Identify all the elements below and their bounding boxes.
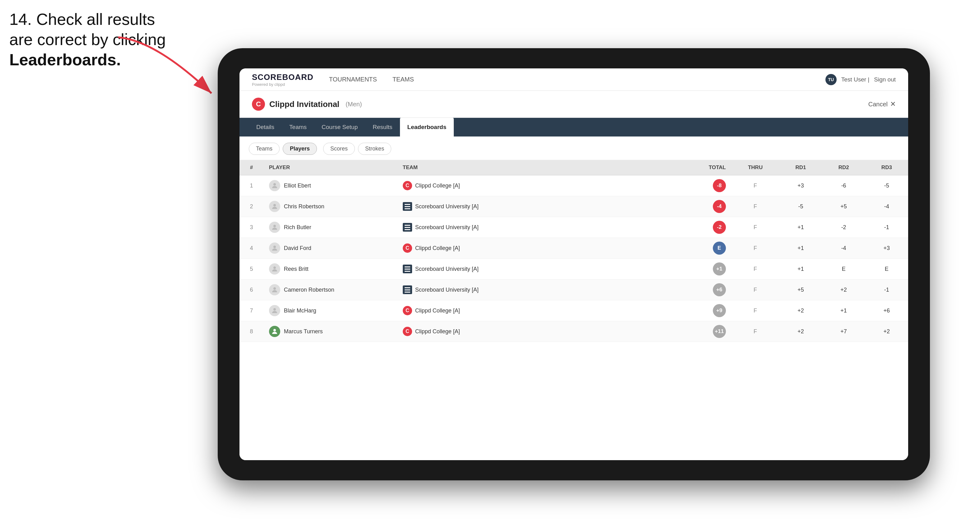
player-name: Elliot Ebert <box>284 183 311 189</box>
cell-rd3: -1 <box>865 279 908 300</box>
player-avatar <box>269 284 280 295</box>
instruction-text: 14. Check all results are correct by cli… <box>10 10 166 70</box>
filter-strokes[interactable]: Strokes <box>358 143 391 155</box>
table-row: 7Blair McHargCClippd College [A]+9F+2+1+… <box>239 300 908 321</box>
tablet-screen: SCOREBOARD Powered by clippd TOURNAMENTS… <box>239 68 908 460</box>
total-badge: -8 <box>713 179 726 192</box>
col-rd3: RD3 <box>865 160 908 175</box>
logo-sub: Powered by clippd <box>252 82 313 87</box>
cell-team: Scoreboard University [A] <box>397 196 674 217</box>
cell-team: Scoreboard University [A] <box>397 259 674 279</box>
cell-rank: 1 <box>239 175 263 196</box>
player-avatar <box>269 264 280 275</box>
cell-team: CClippd College [A] <box>397 321 674 342</box>
player-avatar <box>269 201 280 212</box>
cell-thru: F <box>732 259 780 279</box>
tab-details[interactable]: Details <box>249 118 282 137</box>
svg-point-2 <box>274 204 276 206</box>
player-avatar <box>269 243 280 254</box>
cell-rd1: +2 <box>779 321 822 342</box>
cell-rd1: +2 <box>779 300 822 321</box>
cell-rd2: E <box>822 259 865 279</box>
leaderboard-container: # PLAYER TEAM TOTAL THRU RD1 RD2 RD3 1El… <box>239 160 908 460</box>
cancel-button[interactable]: Cancel ✕ <box>869 100 896 108</box>
navbar: SCOREBOARD Powered by clippd TOURNAMENTS… <box>239 68 908 91</box>
cell-team: Scoreboard University [A] <box>397 279 674 300</box>
cell-rd1: +1 <box>779 259 822 279</box>
tab-teams[interactable]: Teams <box>282 118 314 137</box>
team-name: Scoreboard University [A] <box>415 224 479 231</box>
team-icon-scoreboard <box>403 265 412 273</box>
tournament-header: C Clippd Invitational (Men) Cancel ✕ <box>239 91 908 118</box>
nav-tournaments[interactable]: TOURNAMENTS <box>329 74 377 84</box>
svg-point-4 <box>274 246 276 248</box>
filter-teams[interactable]: Teams <box>249 143 280 155</box>
cell-rank: 5 <box>239 259 263 279</box>
cell-rd1: +3 <box>779 175 822 196</box>
cell-player: David Ford <box>263 238 397 259</box>
tab-course-setup[interactable]: Course Setup <box>314 118 365 137</box>
cell-thru: F <box>732 238 780 259</box>
team-name: Scoreboard University [A] <box>415 203 479 210</box>
instruction-line2: are correct by clicking <box>10 30 166 49</box>
tournament-gender: (Men) <box>345 101 362 108</box>
filter-scores[interactable]: Scores <box>323 143 355 155</box>
content-area: Teams Players Scores Strokes # PLAYER TE… <box>239 137 908 460</box>
cell-team: CClippd College [A] <box>397 238 674 259</box>
tab-leaderboards[interactable]: Leaderboards <box>400 118 454 137</box>
team-name: Clippd College [A] <box>415 308 460 314</box>
table-row: 8Marcus TurnersCClippd College [A]+11F+2… <box>239 321 908 342</box>
team-icon-scoreboard <box>403 223 412 232</box>
col-rank: # <box>239 160 263 175</box>
player-name: Marcus Turners <box>284 328 323 335</box>
svg-point-8 <box>274 329 276 332</box>
team-icon-scoreboard <box>403 286 412 294</box>
cell-rd3: -5 <box>865 175 908 196</box>
filter-players[interactable]: Players <box>283 143 317 155</box>
cell-rank: 7 <box>239 300 263 321</box>
total-badge: -2 <box>713 221 726 234</box>
cell-rd2: +5 <box>822 196 865 217</box>
cell-rd3: -1 <box>865 217 908 238</box>
col-player: PLAYER <box>263 160 397 175</box>
cell-rd2: -2 <box>822 217 865 238</box>
signout-link[interactable]: Sign out <box>874 76 896 83</box>
cell-player: Cameron Robertson <box>263 279 397 300</box>
team-icon-clippd: C <box>403 243 412 253</box>
table-row: 4David FordCClippd College [A]EF+1-4+3 <box>239 238 908 259</box>
tab-results[interactable]: Results <box>365 118 400 137</box>
cell-total: -4 <box>674 196 731 217</box>
total-badge: -4 <box>713 200 726 213</box>
team-name: Clippd College [A] <box>415 328 460 335</box>
svg-point-6 <box>274 287 276 290</box>
team-name: Scoreboard University [A] <box>415 266 479 272</box>
cell-rd2: -6 <box>822 175 865 196</box>
col-rd1: RD1 <box>779 160 822 175</box>
cell-player: Rich Butler <box>263 217 397 238</box>
total-badge: +11 <box>713 325 726 338</box>
col-total: TOTAL <box>674 160 731 175</box>
cell-team: CClippd College [A] <box>397 300 674 321</box>
cell-rd1: -5 <box>779 196 822 217</box>
cell-rd1: +5 <box>779 279 822 300</box>
cell-player: Blair McHarg <box>263 300 397 321</box>
cell-total: +1 <box>674 259 731 279</box>
user-avatar: TU <box>826 74 837 85</box>
cell-player: Elliot Ebert <box>263 175 397 196</box>
cell-total: -8 <box>674 175 731 196</box>
cell-total: +11 <box>674 321 731 342</box>
nav-teams[interactable]: TEAMS <box>393 74 414 84</box>
player-name: Blair McHarg <box>284 308 316 314</box>
table-header-row: # PLAYER TEAM TOTAL THRU RD1 RD2 RD3 <box>239 160 908 175</box>
cell-total: E <box>674 238 731 259</box>
cell-rd2: +1 <box>822 300 865 321</box>
cell-rd3: +2 <box>865 321 908 342</box>
total-badge: +6 <box>713 283 726 296</box>
cell-thru: F <box>732 217 780 238</box>
cell-rank: 3 <box>239 217 263 238</box>
cell-rd1: +1 <box>779 217 822 238</box>
total-badge: E <box>713 241 726 255</box>
cell-total: +6 <box>674 279 731 300</box>
table-row: 3Rich ButlerScoreboard University [A]-2F… <box>239 217 908 238</box>
cell-total: -2 <box>674 217 731 238</box>
